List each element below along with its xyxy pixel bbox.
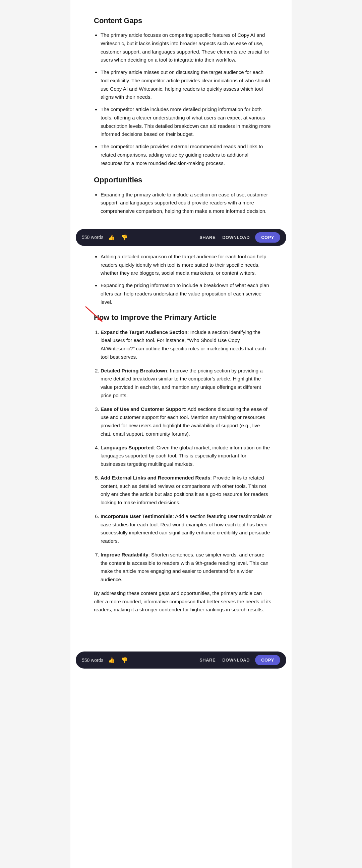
item-label: Languages Supported <box>101 445 154 451</box>
list-item: The competitor article provides external… <box>101 143 272 167</box>
word-count-middle: 550 words <box>82 235 104 240</box>
closing-paragraph: By addressing these content gaps and opp… <box>94 589 272 614</box>
word-count-bottom: 550 words <box>82 657 104 663</box>
toolbar-right-middle: SHARE DOWNLOAD COPY <box>198 232 280 243</box>
copy-button-bottom[interactable]: COPY <box>255 655 280 665</box>
item-label: Add External Links and Recommended Reads <box>101 475 211 480</box>
how-to-improve-title: How to Improve the Primary Article <box>94 312 272 323</box>
toolbar-bottom-left: 550 words 👍 👎 <box>82 656 129 664</box>
item-label: Detailed Pricing Breakdown <box>101 368 167 373</box>
item-label: Expand the Target Audience Section <box>101 329 187 335</box>
page-container: Content Gaps The primary article focuses… <box>71 0 291 868</box>
list-item: Expanding the pricing information to inc… <box>101 281 272 306</box>
toolbar-left: 550 words 👍 👎 <box>82 234 129 241</box>
item-label: Improve Readability <box>101 552 148 557</box>
toolbar-middle: 550 words 👍 👎 SHARE DOWNLOAD COPY <box>76 229 286 246</box>
toolbar-bottom: 550 words 👍 👎 SHARE DOWNLOAD COPY <box>76 651 286 669</box>
list-item: Improve Readability: Shorten sentences, … <box>101 551 272 584</box>
opportunities-continued-list: Adding a detailed comparison of the targ… <box>94 253 272 307</box>
toolbar-bottom-right: SHARE DOWNLOAD COPY <box>198 655 280 665</box>
download-button-bottom[interactable]: DOWNLOAD <box>221 655 251 664</box>
thumbs-down-bottom[interactable]: 👎 <box>120 656 129 664</box>
list-item: The competitor article includes more det… <box>101 105 272 138</box>
thumbs-up-bottom[interactable]: 👍 <box>107 656 116 664</box>
thumbs-down-middle[interactable]: 👎 <box>120 234 129 241</box>
list-item: Expanding the primary article to include… <box>101 191 272 216</box>
list-item: Adding a detailed comparison of the targ… <box>101 253 272 277</box>
item-label: Incorporate User Testimonials <box>101 513 173 519</box>
list-item: Ease of Use and Customer Support: Add se… <box>101 405 272 438</box>
content-area: Content Gaps The primary article focuses… <box>71 0 291 229</box>
list-item: Incorporate User Testimonials: Add a sec… <box>101 512 272 546</box>
list-item: Languages Supported: Given the global ma… <box>101 444 272 468</box>
content-area-2: Adding a detailed comparison of the targ… <box>71 250 291 649</box>
share-button-middle[interactable]: SHARE <box>198 233 217 242</box>
share-button-bottom[interactable]: SHARE <box>198 655 217 664</box>
content-gaps-list: The primary article focuses on comparing… <box>94 31 272 167</box>
list-item: Add External Links and Recommended Reads… <box>101 474 272 507</box>
download-button-middle[interactable]: DOWNLOAD <box>221 233 251 242</box>
copy-button-middle[interactable]: COPY <box>255 232 280 243</box>
list-item: The primary article focuses on comparing… <box>101 31 272 64</box>
list-item: Detailed Pricing Breakdown: Improve the … <box>101 367 272 400</box>
item-label: Ease of Use and Customer Support <box>101 406 185 412</box>
improve-list: Expand the Target Audience Section: Incl… <box>94 328 272 584</box>
list-item: Expand the Target Audience Section: Incl… <box>101 328 272 362</box>
thumbs-up-middle[interactable]: 👍 <box>107 234 116 241</box>
list-item: The primary article misses out on discus… <box>101 68 272 101</box>
opportunities-title: Opportunities <box>94 174 272 186</box>
opportunities-list: Expanding the primary article to include… <box>94 191 272 216</box>
content-gaps-title: Content Gaps <box>94 15 272 26</box>
